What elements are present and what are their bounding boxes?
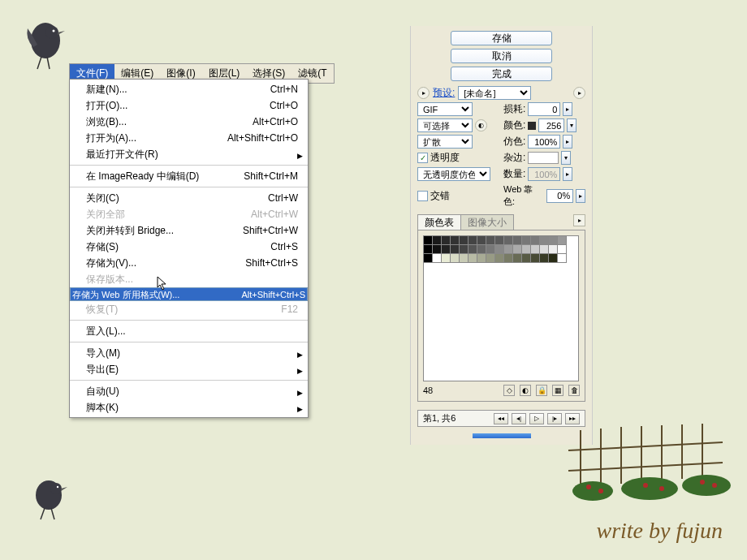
menu-item[interactable]: 置入(L)... — [70, 323, 308, 339]
interlaced-label: 交错 — [430, 189, 450, 203]
dither-amount-value[interactable]: 100% — [528, 135, 560, 149]
svg-line-4 — [47, 57, 50, 69]
menu-item: 保存版本... — [70, 271, 308, 287]
cancel-button[interactable]: 取消 — [451, 49, 552, 63]
websnap-value[interactable]: 0% — [546, 189, 574, 203]
fence-decoration — [560, 422, 747, 511]
dither-amount-label: 仿色: — [503, 135, 525, 149]
matte-spin[interactable]: ▾ — [561, 151, 571, 165]
color-count: 48 — [423, 386, 433, 395]
menu-separator — [70, 380, 308, 381]
color-swatch[interactable] — [557, 253, 567, 263]
colortable-panel: 48 ◇ ◐ 🔒 ▦ 🗑 — [417, 230, 585, 402]
colors-value[interactable]: 256 — [538, 118, 564, 132]
color-swatch-icon — [528, 122, 536, 130]
websnap-label: Web 靠色: — [503, 183, 544, 208]
menu-item[interactable]: 打开为(A)...Alt+Shift+Ctrl+O — [70, 130, 308, 146]
svg-point-19 — [572, 481, 613, 501]
trans-amount-spin: ▸ — [563, 167, 572, 181]
svg-point-21 — [682, 475, 731, 496]
menu-item[interactable]: 关闭(C)Ctrl+W — [70, 190, 308, 206]
transparency-label: 透明度 — [430, 151, 460, 165]
colors-spin[interactable]: ▾ — [567, 118, 576, 132]
menu-item[interactable]: 存储为(V)...Shift+Ctrl+S — [70, 255, 308, 271]
matte-label: 杂边: — [503, 151, 525, 165]
menu-item[interactable]: 打开(O)...Ctrl+O — [70, 97, 308, 114]
menu-separator — [70, 165, 308, 166]
color-table[interactable] — [423, 235, 579, 381]
svg-point-23 — [598, 489, 603, 493]
trans-amount-value: 100% — [528, 167, 560, 181]
menu-item[interactable]: 在 ImageReady 中编辑(D)Shift+Ctrl+M — [70, 168, 308, 184]
lossy-value[interactable]: 0 — [528, 102, 560, 116]
websnap-spin[interactable]: ▸ — [576, 189, 585, 203]
svg-point-26 — [700, 480, 705, 485]
dither-amount-spin[interactable]: ▸ — [563, 135, 572, 149]
ct-trash-icon[interactable]: 🗑 — [568, 385, 580, 396]
done-button[interactable]: 完成 — [451, 67, 552, 81]
svg-point-22 — [586, 485, 591, 489]
svg-point-7 — [57, 486, 58, 488]
submenu-arrow-icon: ▶ — [297, 149, 303, 162]
format-select[interactable]: GIF — [417, 102, 473, 116]
svg-line-11 — [568, 463, 723, 471]
nav-play[interactable]: ▷ — [529, 413, 544, 424]
ct-icon-2[interactable]: ◐ — [520, 385, 531, 396]
save-button[interactable]: 存储 — [451, 31, 552, 45]
svg-point-6 — [50, 483, 62, 494]
lossy-label: 损耗: — [503, 102, 525, 116]
tab-colortable[interactable]: 颜色表 — [417, 214, 461, 230]
menu-item[interactable]: 新建(N)...Ctrl+N — [70, 81, 308, 97]
interlaced-checkbox[interactable] — [417, 191, 428, 201]
progress-bar — [473, 433, 531, 438]
nav-prev[interactable]: ◂| — [512, 413, 526, 424]
tab-imagesize[interactable]: 图像大小 — [460, 214, 514, 230]
menu-item: 恢复(T)F12 — [70, 301, 308, 317]
tab-menu-icon[interactable]: ▸ — [573, 214, 585, 226]
matte-swatch[interactable] — [528, 152, 559, 164]
bird-decoration-2 — [28, 471, 73, 523]
transparency-checkbox[interactable]: ✓ — [417, 153, 428, 163]
dither-select[interactable]: 扩散 — [417, 135, 473, 149]
frame-label: 第1, 共6 — [423, 412, 456, 424]
file-menu: 新建(N)...Ctrl+N打开(O)...Ctrl+O浏览(B)...Alt+… — [69, 79, 309, 418]
preset-menu-icon[interactable]: ▸ — [417, 87, 430, 99]
ct-icon-3[interactable]: 🔒 — [536, 385, 547, 396]
menu-item[interactable]: 浏览(B)...Alt+Ctrl+O — [70, 114, 308, 130]
preset-options-icon[interactable]: ▸ — [573, 87, 585, 99]
submenu-arrow-icon: ▶ — [297, 364, 303, 377]
menu-item[interactable]: 导入(M)▶ — [70, 345, 308, 361]
signature: write by fujun — [596, 518, 723, 544]
preset-select[interactable]: [未命名] — [458, 86, 531, 100]
menu-item[interactable]: 存储(S)Ctrl+S — [70, 239, 308, 255]
svg-point-2 — [53, 30, 55, 32]
reduction-select[interactable]: 可选择 — [417, 118, 473, 132]
preset-label[interactable]: 预设: — [433, 86, 455, 100]
trans-dither-select[interactable]: 无透明度仿色 — [417, 167, 490, 181]
menu-item: 关闭全部Alt+Ctrl+W — [70, 206, 308, 222]
menu-item[interactable]: 关闭并转到 Bridge...Shift+Ctrl+W — [70, 222, 308, 239]
submenu-arrow-icon: ▶ — [297, 403, 303, 416]
menu-separator — [70, 342, 308, 342]
nav-first[interactable]: ◂◂ — [494, 413, 508, 424]
svg-point-24 — [643, 483, 648, 488]
svg-line-10 — [568, 442, 723, 450]
submenu-arrow-icon: ▶ — [297, 348, 303, 361]
menu-item[interactable]: 最近打开文件(R)▶ — [70, 146, 308, 162]
menu-item[interactable]: 自动(U)▶ — [70, 383, 308, 399]
ct-icon-1[interactable]: ◇ — [503, 385, 515, 396]
menu-item[interactable]: 脚本(K)▶ — [70, 399, 308, 416]
svg-line-8 — [41, 508, 45, 519]
ct-icon-4[interactable]: ▦ — [552, 385, 563, 396]
menu-item[interactable]: 存储为 Web 所用格式(W)...Alt+Shift+Ctrl+S — [70, 287, 308, 301]
menu-item[interactable]: 导出(E)▶ — [70, 361, 308, 377]
save-for-web-panel: 存储 取消 完成 ▸ 预设: [未命名] ▸ GIF 损耗: 0 ▸ 可选择 ◐… — [410, 26, 593, 445]
colors-label: 颜色: — [503, 118, 525, 132]
reduction-options-icon[interactable]: ◐ — [475, 119, 487, 131]
svg-point-1 — [45, 26, 58, 39]
trans-amount-label: 数量: — [503, 167, 525, 181]
lossy-spin[interactable]: ▸ — [563, 102, 572, 116]
svg-point-20 — [621, 477, 678, 500]
svg-point-27 — [712, 483, 717, 488]
bird-decoration-1 — [21, 0, 70, 73]
